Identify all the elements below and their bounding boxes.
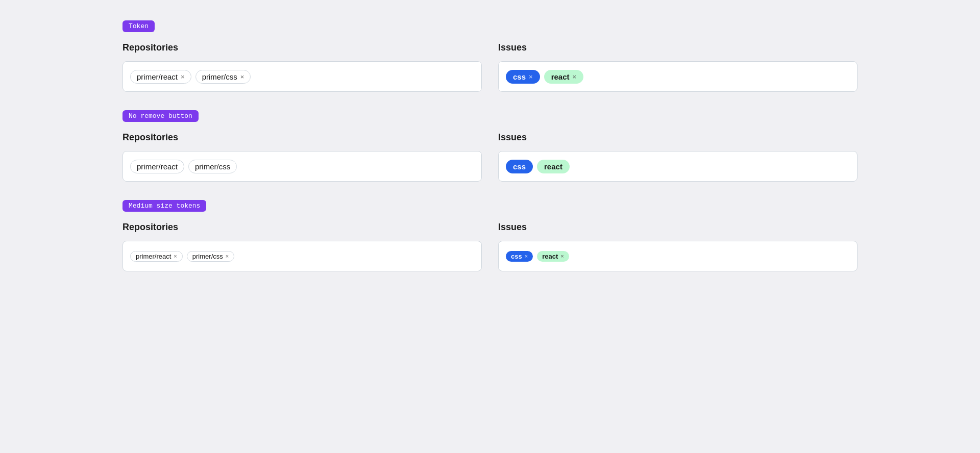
section-medium: Medium size tokens Repositories primer/r… [122, 200, 857, 271]
token-label: primer/react [136, 253, 171, 260]
section-no-remove: No remove button Repositories primer/rea… [122, 110, 857, 182]
issues-label-no-remove: Issues [498, 132, 857, 143]
token-primer-css-noremove: primer/css [188, 160, 237, 173]
two-col-no-remove: Repositories primer/react primer/css Iss… [122, 132, 857, 182]
token-label: primer/react [137, 162, 178, 171]
two-col-medium: Repositories primer/react × primer/css ×… [122, 222, 857, 271]
token-label: css [513, 162, 526, 171]
token-primer-react-noremove: primer/react [130, 160, 184, 173]
col-issues-token: Issues css × react × [498, 42, 857, 92]
badge-no-remove: No remove button [122, 110, 199, 122]
token-css: css × [506, 70, 540, 84]
two-col-token: Repositories primer/react × primer/css ×… [122, 42, 857, 92]
remove-primer-react-button[interactable]: × [181, 73, 185, 80]
token-label: primer/css [195, 162, 230, 171]
token-label: primer/react [137, 72, 178, 81]
issues-label-token: Issues [498, 42, 857, 53]
page-container: Token Repositories primer/react × primer… [122, 20, 857, 290]
token-label: react [542, 253, 558, 260]
token-react: react × [544, 70, 583, 84]
section-token: Token Repositories primer/react × primer… [122, 20, 857, 92]
issues-input-no-remove[interactable]: css react [498, 151, 857, 182]
issues-input-medium[interactable]: css × react × [498, 241, 857, 271]
token-label: css [511, 253, 522, 260]
token-css-noremove: css [506, 160, 533, 173]
remove-react-medium-button[interactable]: × [560, 254, 564, 259]
remove-primer-css-button[interactable]: × [240, 73, 244, 80]
issues-label-medium: Issues [498, 222, 857, 233]
repositories-label-medium: Repositories [122, 222, 482, 233]
token-css-medium: css × [506, 251, 533, 262]
badge-medium: Medium size tokens [122, 200, 206, 212]
token-label: primer/css [192, 253, 223, 260]
repositories-input-no-remove[interactable]: primer/react primer/css [122, 151, 482, 182]
col-repositories-token: Repositories primer/react × primer/css × [122, 42, 482, 92]
issues-input-token[interactable]: css × react × [498, 61, 857, 92]
repositories-label-no-remove: Repositories [122, 132, 482, 143]
repositories-input-token[interactable]: primer/react × primer/css × [122, 61, 482, 92]
token-react-noremove: react [537, 160, 570, 173]
col-repositories-no-remove: Repositories primer/react primer/css [122, 132, 482, 182]
remove-css-medium-button[interactable]: × [525, 254, 528, 259]
token-react-medium: react × [537, 251, 569, 262]
col-repositories-medium: Repositories primer/react × primer/css × [122, 222, 482, 271]
token-label: react [544, 162, 562, 171]
remove-primer-react-medium-button[interactable]: × [174, 254, 177, 259]
repositories-label-token: Repositories [122, 42, 482, 53]
token-primer-css: primer/css × [195, 70, 251, 84]
token-primer-css-medium: primer/css × [187, 251, 234, 262]
token-primer-react: primer/react × [130, 70, 191, 84]
token-primer-react-medium: primer/react × [130, 251, 183, 262]
remove-primer-css-medium-button[interactable]: × [226, 254, 229, 259]
col-issues-medium: Issues css × react × [498, 222, 857, 271]
repositories-input-medium[interactable]: primer/react × primer/css × [122, 241, 482, 271]
col-issues-no-remove: Issues css react [498, 132, 857, 182]
badge-token: Token [122, 20, 155, 32]
token-label: primer/css [202, 72, 237, 81]
token-label: css [513, 72, 526, 81]
remove-react-button[interactable]: × [572, 73, 576, 80]
remove-css-button[interactable]: × [529, 73, 533, 80]
token-label: react [551, 72, 570, 81]
